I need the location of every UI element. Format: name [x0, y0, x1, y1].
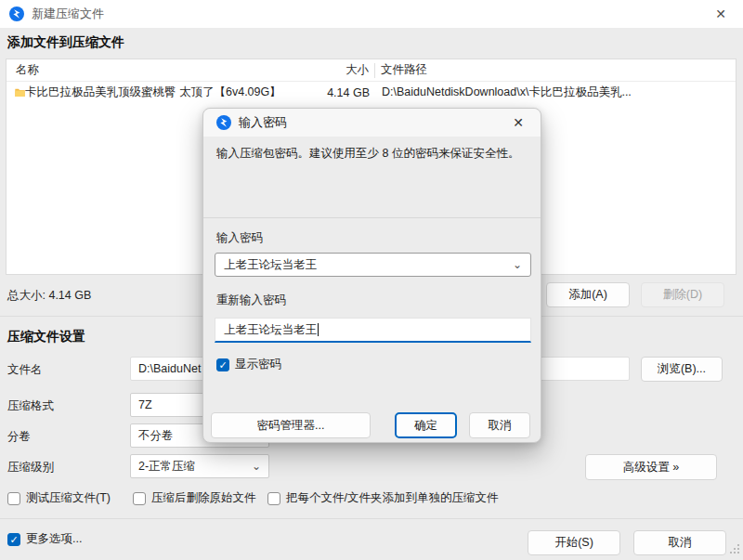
- column-header-name[interactable]: 名称: [7, 62, 307, 78]
- more-options-label: 更多选项...: [26, 531, 82, 547]
- test-archive-checkbox[interactable]: 测试压缩文件(T): [7, 490, 111, 506]
- window-titlebar: 新建压缩文件 ✕: [0, 0, 743, 28]
- show-password-checkbox[interactable]: ✓ 显示密码: [216, 357, 281, 372]
- advanced-settings-button[interactable]: 高级设置 »: [585, 454, 717, 480]
- chevron-down-icon: ⌄: [252, 461, 261, 472]
- folder-icon: [7, 86, 25, 98]
- chevron-down-icon[interactable]: ⌄: [513, 259, 522, 270]
- level-value: 2-正常压缩: [138, 459, 195, 475]
- window-title: 新建压缩文件: [32, 6, 104, 22]
- separate-archive-checkbox[interactable]: 把每个文件/文件夹添加到单独的压缩文件: [267, 490, 498, 506]
- password-manager-button[interactable]: 密码管理器...: [211, 412, 371, 438]
- password-combobox[interactable]: 上老王论坛当老王 ⌄: [215, 253, 531, 277]
- show-password-label: 显示密码: [235, 357, 281, 372]
- checkbox-unchecked-icon[interactable]: [7, 492, 20, 505]
- window-close-icon[interactable]: ✕: [708, 4, 734, 24]
- volume-label: 分卷: [7, 429, 31, 445]
- filename-value: D:\BaiduNet: [138, 362, 201, 375]
- file-list-header[interactable]: 名称 大小 文件路径: [7, 59, 736, 82]
- checkbox-checked-icon[interactable]: ✓: [7, 533, 20, 546]
- start-button[interactable]: 开始(S): [528, 530, 620, 555]
- checkbox-unchecked-icon[interactable]: [267, 492, 280, 505]
- checkbox-unchecked-icon[interactable]: [133, 492, 146, 505]
- format-label: 压缩格式: [7, 398, 54, 414]
- password-label: 输入密码: [216, 230, 263, 246]
- password-value: 上老王论坛当老王: [224, 257, 317, 273]
- column-header-path[interactable]: 文件路径: [375, 62, 736, 78]
- dialog-title: 输入密码: [239, 114, 287, 131]
- file-path: D:\BaiduNetdiskDownload\x\卡比巴拉极品美乳...: [370, 85, 736, 100]
- ok-button[interactable]: 确定: [395, 412, 457, 438]
- confirm-password-value: 上老王论坛当老王: [224, 322, 317, 338]
- dialog-titlebar: 输入密码 ✕: [203, 109, 541, 137]
- text-caret: [318, 323, 319, 336]
- total-size-label: 总大小: 4.14 GB: [7, 288, 91, 304]
- dialog-divider: [203, 217, 541, 218]
- checkbox-checked-icon[interactable]: ✓: [216, 358, 229, 371]
- dialog-description: 输入压缩包密码。建议使用至少 8 位的密码来保证安全性。: [216, 145, 528, 163]
- test-archive-label: 测试压缩文件(T): [26, 490, 111, 506]
- delete-after-checkbox[interactable]: 压缩后删除原始文件: [133, 490, 256, 506]
- add-button[interactable]: 添加(A): [546, 282, 630, 307]
- resize-grip-icon[interactable]: [729, 541, 740, 558]
- cancel-button[interactable]: 取消: [633, 530, 726, 555]
- confirm-password-input[interactable]: 上老王论坛当老王: [215, 318, 531, 343]
- volume-value: 不分卷: [138, 428, 174, 444]
- level-label: 压缩级别: [7, 460, 54, 475]
- file-name: 卡比巴拉极品美乳顶级蜜桃臀 太顶了【6v4.09G】: [25, 85, 308, 100]
- more-options-checkbox[interactable]: ✓ 更多选项...: [7, 531, 82, 547]
- level-dropdown[interactable]: 2-正常压缩⌄: [130, 454, 269, 478]
- app-logo-icon: [216, 115, 231, 130]
- column-header-size[interactable]: 大小: [307, 62, 369, 78]
- delete-button: 删除(D): [641, 282, 724, 307]
- filename-label: 文件名: [7, 362, 43, 378]
- format-value: 7Z: [138, 398, 152, 411]
- file-size: 4.14 GB: [308, 86, 370, 99]
- archive-settings-title: 压缩文件设置: [7, 329, 85, 345]
- enter-password-dialog: 输入密码 ✕ 输入压缩包密码。建议使用至少 8 位的密码来保证安全性。 输入密码…: [202, 108, 541, 443]
- dialog-cancel-button[interactable]: 取消: [469, 412, 530, 438]
- app-logo-icon: [9, 7, 24, 21]
- dialog-close-icon[interactable]: ✕: [505, 112, 531, 133]
- table-row[interactable]: 卡比巴拉极品美乳顶级蜜桃臀 太顶了【6v4.09G】 4.14 GB D:\Ba…: [7, 82, 736, 103]
- add-files-section-title: 添加文件到压缩文件: [7, 34, 124, 51]
- delete-after-label: 压缩后删除原始文件: [151, 490, 256, 506]
- footer-divider: [0, 518, 743, 519]
- separate-archive-label: 把每个文件/文件夹添加到单独的压缩文件: [286, 490, 498, 506]
- confirm-password-label: 重新输入密码: [216, 293, 286, 308]
- browse-button[interactable]: 浏览(B)...: [641, 357, 723, 382]
